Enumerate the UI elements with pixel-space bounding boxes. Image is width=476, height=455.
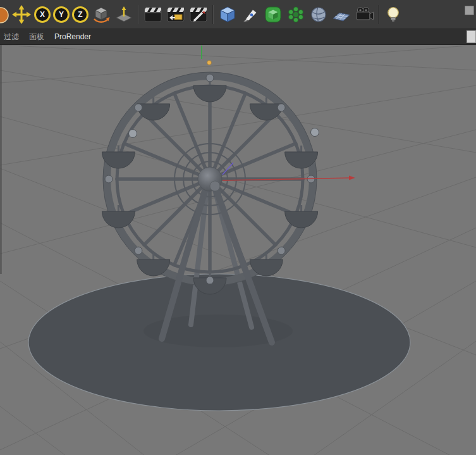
render-settings-icon[interactable] [187, 3, 210, 26]
render-view-icon[interactable] [142, 3, 164, 26]
hub-cap [210, 181, 220, 191]
floor-icon[interactable] [330, 3, 353, 26]
main-toolbar: X Y Z [0, 0, 476, 29]
app-window: X Y Z [0, 0, 476, 455]
live-selection-tool-icon[interactable] [0, 3, 10, 26]
camera-icon[interactable] [353, 3, 375, 26]
viewport-3d[interactable] [0, 45, 476, 455]
spline-pen-icon[interactable] [239, 3, 262, 26]
coordinate-system-icon[interactable] [90, 3, 113, 26]
toolbar-separator [135, 4, 142, 25]
panel-handle[interactable] [467, 30, 476, 43]
toolbar-fold-handle[interactable] [465, 6, 474, 15]
axis-x-label: X [40, 11, 45, 18]
subdivision-surface-icon[interactable] [262, 3, 284, 26]
menu-prorender[interactable]: ProRender [54, 32, 91, 41]
sphere-object-icon[interactable] [307, 3, 330, 26]
menu-panel[interactable]: 面板 [29, 32, 44, 42]
axis-z-label: Z [78, 11, 82, 18]
move-tool-icon[interactable] [10, 3, 33, 26]
add-cube-icon[interactable] [216, 3, 239, 26]
render-picture-viewer-icon[interactable] [164, 3, 187, 26]
toolbar-separator [210, 4, 216, 25]
menu-filter[interactable]: 过滤 [4, 32, 19, 42]
x-axis-arrow [349, 176, 355, 180]
lock-y-axis-button[interactable]: Y [53, 6, 70, 23]
lock-x-axis-button[interactable]: X [34, 6, 51, 23]
cloner-icon[interactable] [284, 3, 307, 26]
axis-y-label: Y [59, 11, 64, 18]
top-vertex-handle[interactable] [207, 61, 212, 65]
viewport-menubar: 过滤 面板 ProRender [0, 29, 476, 45]
workplane-icon[interactable] [113, 3, 135, 26]
toolbar-separator [375, 4, 382, 25]
light-icon[interactable] [382, 3, 405, 26]
lock-z-axis-button[interactable]: Z [72, 6, 88, 23]
viewport-canvas [0, 45, 476, 455]
